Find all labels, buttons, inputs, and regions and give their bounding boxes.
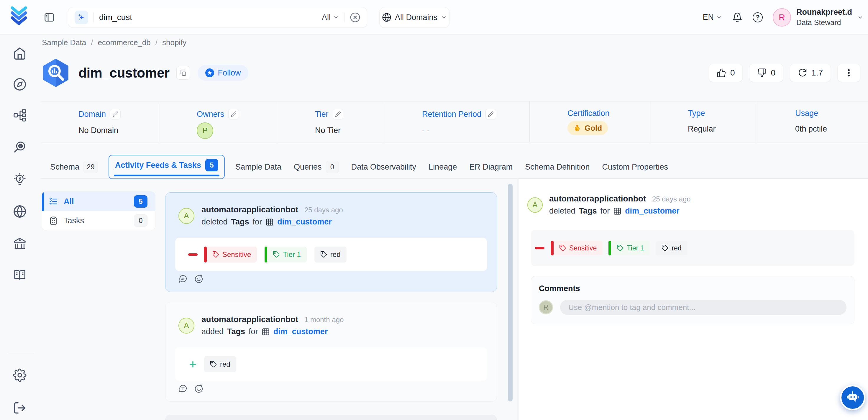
comment-input[interactable] [560,300,846,315]
feed-card-added-tags[interactable]: A automatorapplicationbot 1 month ago ad… [165,302,497,402]
home-icon[interactable] [13,47,27,60]
user-role: Data Steward [796,18,852,27]
observability-search-icon[interactable] [13,140,27,154]
edit-retention-icon[interactable] [486,109,496,119]
table-service-icon [41,58,71,88]
type-label: Type [688,109,705,118]
feed-scrollbar[interactable] [508,184,513,401]
search-scope-dropdown[interactable]: All [322,13,339,22]
reply-comment-icon[interactable] [178,384,188,393]
feed-filter-tasks[interactable]: Tasks 0 [42,211,155,230]
settings-gear-icon[interactable] [13,368,27,382]
breadcrumb-shopify[interactable]: shopify [162,38,186,47]
feed-object: Tags [231,217,249,227]
feed-object: Tags [227,327,245,336]
more-options-button[interactable] [837,64,860,82]
copy-name-button[interactable] [176,66,190,80]
checklist-icon [49,197,58,206]
tag-label: Tier 1 [627,244,644,252]
page-title: dim_customer [79,65,169,81]
tag-tier1: Tier 1 [609,241,650,256]
tab-activity-feeds[interactable]: Activity Feeds & Tasks 5 [108,155,225,179]
search-scope-label: All [322,13,331,22]
tag-label: Tier 1 [283,250,301,259]
activity-content: All 5 Tasks 0 A autom [41,179,868,420]
app-logo-icon[interactable] [9,6,29,28]
chevron-down-icon [441,14,447,20]
all-domains-dropdown[interactable]: All Domains [379,7,450,28]
feed-author: automatorapplicationbot [202,315,298,324]
tag-label: Sensitive [222,250,251,259]
entity-link[interactable]: dim_customer [625,206,680,216]
explore-compass-icon[interactable] [13,78,27,91]
detail-author: automatorapplicationbot [549,194,646,203]
lineage-flow-icon[interactable] [13,109,27,122]
chevron-down-icon [857,14,863,20]
add-reaction-icon[interactable] [194,384,204,393]
breadcrumb-separator: / [155,38,157,47]
table-grid-icon [613,207,621,215]
language-dropdown[interactable]: EN [703,13,722,22]
breadcrumb-sample-data[interactable]: Sample Data [42,38,86,47]
reply-comment-icon[interactable] [178,274,188,283]
user-menu[interactable]: R Rounakpreet.d Data Steward [773,8,863,27]
upvote-button[interactable]: 0 [709,64,743,82]
tab-count: 0 [326,161,339,173]
insights-bulb-icon[interactable] [13,173,27,186]
edit-domain-icon[interactable] [110,109,121,119]
edit-tier-icon[interactable] [333,109,343,119]
notifications-bell-icon[interactable] [732,12,743,23]
tag-label: Sensitive [569,244,597,252]
governance-bank-icon[interactable] [13,237,27,250]
entity-tabs: Schema 29 Activity Feeds & Tasks 5 Sampl… [41,155,868,179]
tab-lineage[interactable]: Lineage [429,162,457,172]
add-reaction-icon[interactable] [194,274,204,283]
detail-object: Tags [579,206,597,216]
search-input[interactable] [99,13,316,22]
breadcrumb-ecommerce-db[interactable]: ecommerce_db [98,38,151,47]
tab-data-observability[interactable]: Data Observability [351,162,416,172]
tab-sample-data[interactable]: Sample Data [235,162,281,172]
tag-icon [617,244,624,251]
tag-sensitive: Sensitive [551,241,602,256]
feed-card-partial[interactable] [165,415,497,420]
filter-count: 5 [134,195,148,208]
owners-label: Owners [197,110,224,119]
tag-icon [210,361,217,368]
tab-custom-properties[interactable]: Custom Properties [602,162,668,172]
top-bar: All All Domains EN R Rounakpreet.d Data [0,0,868,34]
help-icon[interactable] [753,12,763,22]
domains-globe-icon[interactable] [13,205,27,218]
version-button[interactable]: 1.7 [790,64,831,82]
chatbot-button[interactable] [840,385,865,410]
logout-icon[interactable] [13,401,27,415]
table-grid-icon [261,328,270,336]
feed-card-deleted-tags[interactable]: A automatorapplicationbot 25 days ago de… [165,192,497,292]
global-search-bar[interactable]: All [68,7,367,28]
tab-schema-definition[interactable]: Schema Definition [525,162,590,172]
sidebar-toggle-icon[interactable] [44,12,55,23]
removed-minus-icon [188,253,197,256]
feed-verb: added [202,327,223,336]
edit-owners-icon[interactable] [228,109,239,119]
tier-label: Tier [315,110,329,119]
added-plus-icon [188,360,197,369]
tab-er-diagram[interactable]: ER Diagram [469,162,513,172]
ai-sparkles-icon[interactable] [74,11,88,24]
clear-search-icon[interactable] [350,12,361,23]
tab-schema[interactable]: Schema 29 [50,161,98,173]
follow-button[interactable]: Follow [197,65,248,81]
entity-link[interactable]: dim_customer [277,217,332,227]
feed-filter-all[interactable]: All 5 [42,192,155,211]
entity-link[interactable]: dim_customer [273,327,328,336]
user-avatar: R [773,8,791,27]
tier-value: No Tier [315,126,384,135]
feed-verb: deleted [202,217,228,227]
downvote-button[interactable]: 0 [749,64,783,82]
certification-badge: Gold [567,121,608,135]
feed-filter-card: All 5 Tasks 0 [41,191,155,230]
tab-queries[interactable]: Queries 0 [294,161,339,173]
knowledge-book-icon[interactable] [13,268,27,282]
bot-avatar: A [179,208,194,224]
owner-avatar: P [197,122,213,139]
